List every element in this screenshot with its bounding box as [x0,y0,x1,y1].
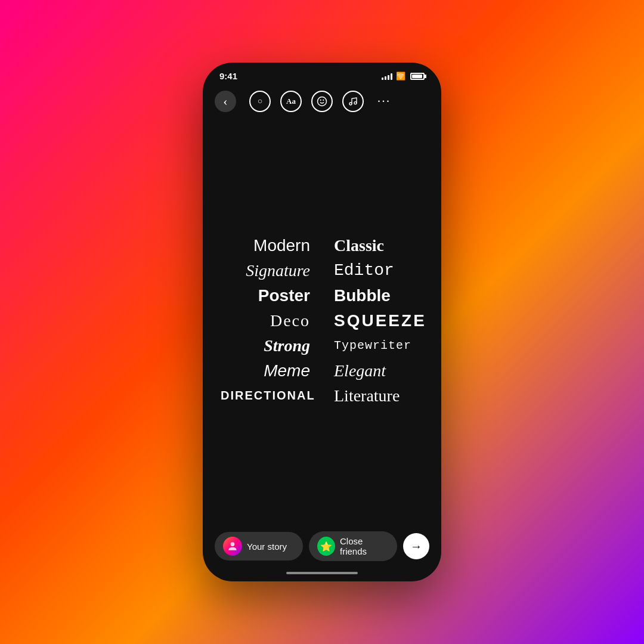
font-row-6: Meme Elegant [221,361,423,380]
bottom-bar: Your story ⭐ Close friends → [203,524,441,567]
signal-icon [382,73,392,80]
font-row-2: Signature Editor [221,261,423,280]
font-literature[interactable]: Literature [322,386,423,405]
font-elegant[interactable]: Elegant [322,361,423,380]
font-row-4: Deco SQUEEZE [221,311,423,330]
more-options-icon[interactable]: ··· [373,91,395,112]
font-poster[interactable]: Poster [221,286,322,305]
music-icon[interactable] [342,91,364,112]
font-editor[interactable]: Editor [322,261,423,280]
back-button[interactable] [215,91,236,112]
font-modern[interactable]: Modern [221,236,322,255]
close-friends-button[interactable]: ⭐ Close friends [309,531,397,561]
status-icons: 🛜 [382,72,425,80]
svg-point-5 [231,542,235,546]
your-story-button[interactable]: Your story [215,532,303,561]
font-row-7: DIRECTIONAL Literature [221,386,423,405]
close-friends-label: Close friends [340,536,389,556]
font-typewriter[interactable]: Typewriter [322,339,423,352]
close-friends-icon: ⭐ [317,537,335,556]
home-bar [286,572,358,574]
sticker-icon[interactable] [311,91,333,112]
font-directional[interactable]: DIRECTIONAL [221,389,322,402]
text-style-icon[interactable]: Aa [280,91,302,112]
font-bubble[interactable]: Bubble [322,286,423,305]
svg-point-0 [318,97,327,106]
time: 9:41 [219,71,237,81]
font-squeeze[interactable]: SQUEEZE [322,311,423,330]
toolbar: ○ Aa ··· [203,86,441,117]
font-meme[interactable]: Meme [221,361,322,380]
font-row-1: Modern Classic [221,236,423,255]
svg-point-3 [349,103,352,105]
battery-icon [410,73,425,80]
font-strong[interactable]: Strong [221,336,322,355]
phone-frame: 9:41 🛜 ○ Aa [203,63,441,581]
font-row-3: Poster Bubble [221,286,423,305]
font-list: Modern Classic Signature Editor Poster B… [203,117,441,524]
font-deco[interactable]: Deco [221,311,322,330]
your-story-label: Your story [247,541,287,552]
send-button[interactable]: → [403,533,429,559]
toolbar-icons: ○ Aa ··· [249,91,395,112]
send-arrow-icon: → [410,540,422,553]
wifi-icon: 🛜 [396,72,405,80]
svg-point-4 [354,102,357,104]
status-bar: 9:41 🛜 [203,63,441,86]
font-classic[interactable]: Classic [322,236,423,255]
font-row-5: Strong Typewriter [221,336,423,355]
home-indicator [203,567,441,581]
font-signature[interactable]: Signature [221,261,322,280]
avatar [223,537,242,556]
circle-icon[interactable]: ○ [249,91,271,112]
